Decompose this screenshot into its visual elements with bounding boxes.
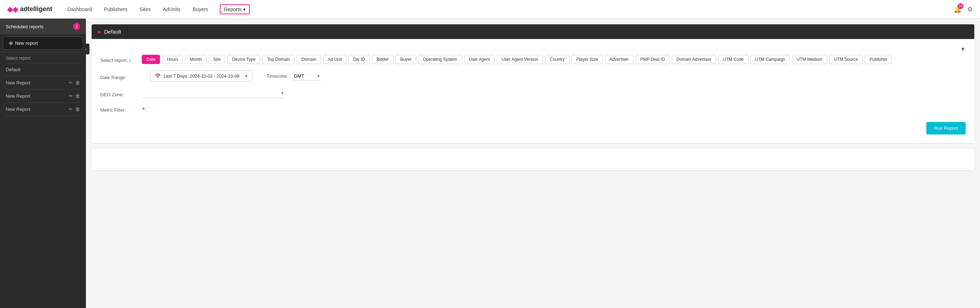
delete-icon-1[interactable]: 🗑 xyxy=(75,80,80,86)
logo-text: adtelligent xyxy=(20,5,52,13)
run-report-row: Run Report xyxy=(100,119,966,136)
select-report-label: Select report: xyxy=(0,52,86,63)
info-icon[interactable]: ℹ xyxy=(129,58,131,63)
sidebar-item-report-3[interactable]: New Report ✏ 🗑 xyxy=(0,103,86,116)
filter-tag-utm-source[interactable]: UTM Source xyxy=(829,55,862,64)
date-range-chevron-icon: ▾ xyxy=(245,73,248,79)
sidebar-report-3-actions: ✏ 🗑 xyxy=(69,106,80,112)
nav-right: 🔔 16 ⚙ xyxy=(953,5,973,13)
filter-tag-user-agent-version[interactable]: User Agent Version xyxy=(497,55,543,64)
filter-tag-user-agent[interactable]: User Agent xyxy=(464,55,495,64)
geo-zone-select-wrapper: US EU APAC ▾ xyxy=(142,88,285,98)
notification-badge: 16 xyxy=(958,3,964,9)
metric-filter-row: Metric Filter: + xyxy=(100,105,966,113)
filter-tag-domain-advertiser[interactable]: Domain Advertiser xyxy=(672,55,716,64)
edit-icon-3[interactable]: ✏ xyxy=(69,106,73,112)
filter-tag-publisher[interactable]: Publisher xyxy=(865,55,892,64)
calendar-icon: 📅 xyxy=(155,73,161,79)
sidebar-default-label: Default xyxy=(6,67,80,72)
delete-icon-2[interactable]: 🗑 xyxy=(75,93,80,99)
filter-tag-utm-campaign[interactable]: UTM Campaign xyxy=(751,55,790,64)
report-card-title: Default xyxy=(104,29,121,35)
filter-tag-operating-system[interactable]: Operating System xyxy=(418,55,462,64)
main-content: ▶ Default ▼ Select report: ℹ DateHoursMo… xyxy=(86,19,980,308)
nav-reports[interactable]: Reports ▾ xyxy=(220,4,250,14)
nav-sites[interactable]: Sites xyxy=(139,4,151,14)
notification-bell-wrapper: 🔔 16 xyxy=(953,5,961,13)
edit-icon-2[interactable]: ✏ xyxy=(69,93,73,99)
report-card-default: ▶ Default ▼ Select report: ℹ DateHoursMo… xyxy=(92,24,974,143)
geo-zone-select[interactable]: US EU APAC xyxy=(142,88,285,98)
filter-tag-advertiser[interactable]: Advertiser xyxy=(605,55,633,64)
report-card-header: ▶ Default xyxy=(92,24,974,39)
nav-adunits[interactable]: AdUnits xyxy=(162,4,181,14)
sidebar-report-2-label: New Report xyxy=(6,94,69,99)
report-card-body: ▼ Select report: ℹ DateHoursMonthSiteDev… xyxy=(92,39,974,143)
sidebar-item-report-1[interactable]: New Report ✏ 🗑 xyxy=(0,76,86,89)
timezone-label: Timezone: xyxy=(267,73,288,79)
filter-tag-utm-medium[interactable]: UTM Medium xyxy=(792,55,827,64)
expand-arrow-icon: ▶ xyxy=(98,29,101,34)
edit-icon-1[interactable]: ✏ xyxy=(69,80,73,86)
metric-filter-add-button[interactable]: + xyxy=(142,106,146,112)
geo-zone-label: GEO Zone: xyxy=(100,89,136,97)
date-range-label: Date Range: xyxy=(100,72,136,80)
sidebar-divider-5 xyxy=(6,116,80,116)
select-report-row: Select report: ℹ DateHoursMonthSiteDevic… xyxy=(100,55,966,64)
timezone-section: Timezone: GMT UTC EST PST ▾ xyxy=(267,72,321,81)
plus-circle-icon: ⊕ xyxy=(9,40,13,46)
filter-tag-pmp-deal-id[interactable]: PMP Deal ID xyxy=(636,55,670,64)
navbar: ◆◆ adtelligent Dashboard Publishers Site… xyxy=(0,0,980,19)
logo-icon: ◆◆ xyxy=(7,5,18,14)
filter-tag-hours[interactable]: Hours xyxy=(162,55,183,64)
run-report-button[interactable]: Run Report xyxy=(926,122,966,135)
nav-buyers[interactable]: Buyers xyxy=(192,4,209,14)
geo-zone-row: GEO Zone: US EU APAC ▾ xyxy=(100,88,966,98)
filter-tag-utm-code[interactable]: UTM Code xyxy=(718,55,748,64)
nav-items: Dashboard Publishers Sites AdUnits Buyer… xyxy=(67,4,953,14)
delete-icon-3[interactable]: 🗑 xyxy=(75,106,80,112)
filter-tag-country[interactable]: Country xyxy=(545,55,570,64)
sidebar-report-3-label: New Report xyxy=(6,106,69,112)
select-report-field-label: Select report: ℹ xyxy=(100,55,136,63)
sidebar-item-report-2[interactable]: New Report ✏ 🗑 xyxy=(0,89,86,102)
filter-tag-buyer[interactable]: Buyer xyxy=(396,55,416,64)
filter-tag-group: DateHoursMonthSiteDevice TypeTop DomainD… xyxy=(142,55,892,64)
filter-tag-device-type[interactable]: Device Type xyxy=(227,55,260,64)
settings-icon[interactable]: ⚙ xyxy=(967,5,973,13)
sidebar: Scheduled reports 2 ⊕ New report Select … xyxy=(0,19,86,308)
filter-tag-site[interactable]: Site xyxy=(209,55,226,64)
filter-tag-ad-unit[interactable]: Ad Unit xyxy=(323,55,347,64)
filter-tag-div-id[interactable]: Div ID xyxy=(348,55,370,64)
logo: ◆◆ adtelligent xyxy=(7,5,52,14)
nav-publishers[interactable]: Publishers xyxy=(103,4,128,14)
sidebar-report-1-actions: ✏ 🗑 xyxy=(69,80,80,86)
timezone-wrapper: GMT UTC EST PST ▾ xyxy=(293,72,321,81)
sidebar-toggle-button[interactable]: ‹ xyxy=(82,44,89,54)
sidebar-report-2-actions: ✏ 🗑 xyxy=(69,93,80,99)
scheduled-reports-badge: 2 xyxy=(73,23,80,30)
scheduled-reports-label: Scheduled reports xyxy=(6,24,44,29)
metric-filter-label: Metric Filter: xyxy=(100,105,136,113)
layout: Scheduled reports 2 ⊕ New report Select … xyxy=(0,19,980,308)
report-card-second xyxy=(92,149,974,170)
filter-tag-top-domain[interactable]: Top Domain xyxy=(262,55,294,64)
filter-tag-date[interactable]: Date xyxy=(142,55,160,64)
scheduled-reports-button[interactable]: Scheduled reports 2 xyxy=(0,19,86,34)
nav-dashboard[interactable]: Dashboard xyxy=(67,4,93,14)
filter-tag-month[interactable]: Month xyxy=(185,55,206,64)
filter-tag-domain[interactable]: Domain xyxy=(297,55,321,64)
filter-tag-player-size[interactable]: Player Size xyxy=(572,55,603,64)
timezone-select[interactable]: GMT UTC EST PST xyxy=(293,72,321,81)
date-range-row: Date Range: 📅 Last 7 Days: 2024-10-02 - … xyxy=(100,70,966,81)
sidebar-report-1-label: New Report xyxy=(6,80,69,86)
filter-tag-bidder[interactable]: Bidder xyxy=(372,55,394,64)
date-range-picker[interactable]: 📅 Last 7 Days: 2024-10-02 - 2024-10-08 ▾ xyxy=(150,70,252,81)
new-report-button[interactable]: ⊕ New report xyxy=(3,37,83,50)
column-filter-button[interactable]: ▼ xyxy=(960,46,966,52)
new-report-label: New report xyxy=(15,40,38,46)
date-range-value: Last 7 Days: 2024-10-02 - 2024-10-08 xyxy=(164,74,239,79)
top-right-filter-area: ▼ xyxy=(100,46,966,52)
sidebar-item-default[interactable]: Default xyxy=(0,64,86,76)
